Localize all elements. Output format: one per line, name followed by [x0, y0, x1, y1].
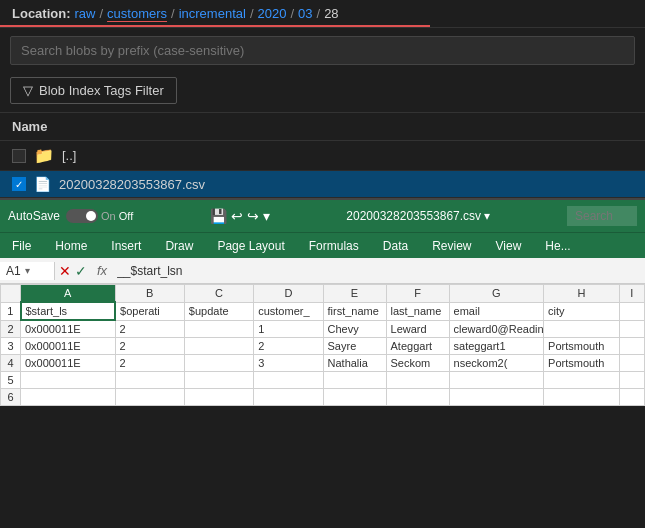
table-row: 2 0x000011E 2 1 Chevy Leward cleward0@Re…	[1, 320, 645, 338]
cell-b1[interactable]: $operati	[115, 302, 184, 320]
search-input[interactable]	[10, 36, 635, 65]
tab-data[interactable]: Data	[379, 237, 412, 255]
list-item[interactable]: 📁 [..]	[0, 141, 645, 171]
cell-f5[interactable]	[386, 372, 449, 389]
col-header-a[interactable]: A	[21, 285, 116, 303]
cell-b3[interactable]: 2	[115, 338, 184, 355]
cell-c3[interactable]	[184, 338, 253, 355]
cell-d3[interactable]: 2	[254, 338, 323, 355]
cell-c4[interactable]	[184, 355, 253, 372]
customize-icon[interactable]: ▾	[263, 208, 270, 224]
cell-g2[interactable]: cleward0@Reading	[449, 320, 544, 338]
cell-d4[interactable]: 3	[254, 355, 323, 372]
cell-e4[interactable]: Nathalia	[323, 355, 386, 372]
redo-icon[interactable]: ↪	[247, 208, 259, 224]
excel-search-input[interactable]	[567, 206, 637, 226]
excel-filename: 20200328203553867.csv ▾	[346, 209, 490, 223]
col-header-c[interactable]: C	[184, 285, 253, 303]
cell-h6[interactable]	[544, 389, 620, 406]
cell-f1[interactable]: last_name	[386, 302, 449, 320]
cell-i1[interactable]	[619, 302, 644, 320]
location-raw[interactable]: raw	[75, 6, 96, 21]
cell-d5[interactable]	[254, 372, 323, 389]
undo-icon[interactable]: ↩	[231, 208, 243, 224]
cell-h3[interactable]: Portsmouth	[544, 338, 620, 355]
col-header-d[interactable]: D	[254, 285, 323, 303]
tab-view[interactable]: View	[492, 237, 526, 255]
cell-f2[interactable]: Leward	[386, 320, 449, 338]
save-icon[interactable]: 💾	[210, 208, 227, 224]
row-checkbox-1[interactable]	[12, 149, 26, 163]
cell-b6[interactable]	[115, 389, 184, 406]
cell-d2[interactable]: 1	[254, 320, 323, 338]
row-checkbox-2[interactable]	[12, 177, 26, 191]
cell-a2[interactable]: 0x000011E	[21, 320, 116, 338]
cell-e2[interactable]: Chevy	[323, 320, 386, 338]
cell-g5[interactable]	[449, 372, 544, 389]
location-customers[interactable]: customers	[107, 6, 167, 21]
cell-h4[interactable]: Portsmouth	[544, 355, 620, 372]
cell-i6[interactable]	[619, 389, 644, 406]
cell-e6[interactable]	[323, 389, 386, 406]
cell-h5[interactable]	[544, 372, 620, 389]
toggle-track	[66, 209, 98, 223]
cell-a1[interactable]: $start_ls	[21, 302, 116, 320]
tab-home[interactable]: Home	[51, 237, 91, 255]
tab-review[interactable]: Review	[428, 237, 475, 255]
cell-h1[interactable]: city	[544, 302, 620, 320]
cell-g3[interactable]: sateggart1	[449, 338, 544, 355]
blob-filter-button[interactable]: ▽ Blob Index Tags Filter	[10, 77, 177, 104]
autosave-toggle[interactable]: On Off	[66, 209, 133, 223]
cell-i4[interactable]	[619, 355, 644, 372]
tab-formulas[interactable]: Formulas	[305, 237, 363, 255]
tab-page-layout[interactable]: Page Layout	[213, 237, 288, 255]
tab-draw[interactable]: Draw	[161, 237, 197, 255]
location-03[interactable]: 03	[298, 6, 312, 21]
table-row: 5	[1, 372, 645, 389]
cell-a4[interactable]: 0x000011E	[21, 355, 116, 372]
cell-c1[interactable]: $update	[184, 302, 253, 320]
col-header-g[interactable]: G	[449, 285, 544, 303]
cell-c2[interactable]	[184, 320, 253, 338]
cell-i5[interactable]	[619, 372, 644, 389]
excel-formula-bar: A1 ▾ ✕ ✓ fx __$start_lsn	[0, 258, 645, 284]
col-header-i[interactable]: I	[619, 285, 644, 303]
formula-confirm-icon[interactable]: ✓	[75, 263, 87, 279]
cell-a3[interactable]: 0x000011E	[21, 338, 116, 355]
cell-b5[interactable]	[115, 372, 184, 389]
cell-i3[interactable]	[619, 338, 644, 355]
cell-a5[interactable]	[21, 372, 116, 389]
location-incremental[interactable]: incremental	[179, 6, 246, 21]
tab-insert[interactable]: Insert	[107, 237, 145, 255]
cell-f6[interactable]	[386, 389, 449, 406]
cell-e1[interactable]: first_name	[323, 302, 386, 320]
col-header-f[interactable]: F	[386, 285, 449, 303]
cell-ref-dropdown[interactable]: ▾	[25, 265, 30, 276]
cell-h2[interactable]	[544, 320, 620, 338]
cell-c6[interactable]	[184, 389, 253, 406]
cell-g6[interactable]	[449, 389, 544, 406]
cell-reference[interactable]: A1 ▾	[0, 262, 55, 280]
cell-d6[interactable]	[254, 389, 323, 406]
row-num-1: 1	[1, 302, 21, 320]
location-2020[interactable]: 2020	[258, 6, 287, 21]
cell-f4[interactable]: Seckom	[386, 355, 449, 372]
tab-help[interactable]: He...	[541, 237, 574, 255]
cell-g1[interactable]: email	[449, 302, 544, 320]
cell-f3[interactable]: Ateggart	[386, 338, 449, 355]
cell-e5[interactable]	[323, 372, 386, 389]
col-header-e[interactable]: E	[323, 285, 386, 303]
cell-g4[interactable]: nseckom2(	[449, 355, 544, 372]
tab-file[interactable]: File	[8, 237, 35, 255]
formula-cancel-icon[interactable]: ✕	[59, 263, 71, 279]
cell-a6[interactable]	[21, 389, 116, 406]
list-item[interactable]: 📄 20200328203553867.csv	[0, 171, 645, 198]
cell-b4[interactable]: 2	[115, 355, 184, 372]
cell-i2[interactable]	[619, 320, 644, 338]
cell-b2[interactable]: 2	[115, 320, 184, 338]
cell-c5[interactable]	[184, 372, 253, 389]
cell-e3[interactable]: Sayre	[323, 338, 386, 355]
cell-d1[interactable]: customer_	[254, 302, 323, 320]
col-header-h[interactable]: H	[544, 285, 620, 303]
col-header-b[interactable]: B	[115, 285, 184, 303]
